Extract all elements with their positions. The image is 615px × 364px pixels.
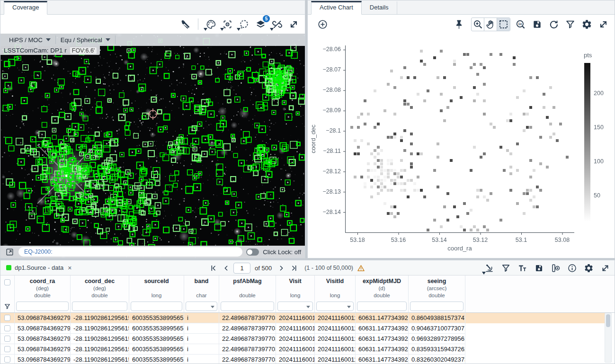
zoom-in-icon[interactable] — [472, 18, 484, 31]
filter-row-icon — [0, 301, 15, 312]
row-checkbox[interactable] — [4, 356, 10, 363]
prev-page-button[interactable] — [221, 263, 231, 273]
cell-sourceId: 600355353899565160 — [129, 313, 184, 323]
row-checkbox[interactable] — [4, 315, 10, 321]
cell-VisitId: 2024111600111 — [315, 323, 356, 334]
expand-icon[interactable] — [597, 18, 610, 31]
cell-coord_ra: 53.09687843692796 — [15, 344, 71, 355]
cell-sourceId: 600355353899565160 — [129, 323, 184, 334]
filter-input-seeing[interactable] — [410, 302, 463, 311]
select-all-checkbox[interactable] — [4, 279, 10, 285]
cell-seeing: 0.8359331594372623 — [409, 344, 465, 355]
row-checkbox-cell — [0, 344, 15, 355]
filter-select-Visit[interactable] — [277, 302, 313, 311]
row-checkbox[interactable] — [4, 325, 10, 331]
chevron-down-icon — [306, 306, 310, 308]
zoom-1x-icon[interactable]: 1x — [514, 18, 527, 31]
circle-plus-icon[interactable] — [316, 18, 329, 31]
hips-moc-label: HiPS / MOC — [9, 36, 43, 44]
layers-icon[interactable]: 5 — [254, 18, 267, 31]
cell-expMidptMJD: 60631.14773439246 — [356, 313, 409, 323]
row-checkbox[interactable] — [4, 346, 10, 352]
recenter-icon[interactable] — [221, 18, 234, 31]
microscope-icon[interactable] — [482, 261, 496, 275]
unlink-icon[interactable] — [270, 18, 284, 31]
pan-icon[interactable] — [484, 18, 497, 31]
heatmap-chart-canvas[interactable] — [308, 34, 615, 258]
refresh-icon[interactable] — [547, 18, 560, 31]
expand-image-icon[interactable] — [4, 247, 15, 257]
table-vertical-scrollbar[interactable] — [605, 313, 612, 363]
gear-icon[interactable] — [580, 18, 593, 31]
column-header-sourceId[interactable]: sourceId long — [129, 275, 184, 301]
pin-icon[interactable] — [452, 18, 465, 31]
next-page-button[interactable] — [276, 263, 286, 273]
tools-icon[interactable] — [179, 18, 192, 31]
table-tab[interactable]: dp1.Source - data × — [0, 260, 78, 275]
first-page-button[interactable] — [208, 263, 218, 273]
column-header-Visit[interactable]: Visit long — [276, 275, 315, 301]
scrollbar-thumb[interactable] — [606, 314, 610, 327]
cell-psfAbMag: 22.489687873977033 — [219, 355, 276, 364]
table-row[interactable]: 53.09687843692796-28.1190286129561560035… — [0, 313, 605, 323]
column-header-coord_dec[interactable]: coord_dec(deg)double — [71, 275, 129, 301]
sky-image-canvas[interactable] — [0, 34, 305, 258]
add-column-icon[interactable] — [549, 261, 562, 275]
palette-icon[interactable] — [204, 18, 217, 31]
table-row[interactable]: 53.09687843692796-28.1190286129561560035… — [0, 344, 605, 355]
page-number-input[interactable] — [233, 263, 250, 274]
hips-moc-dropdown[interactable]: HiPS / MOC — [4, 34, 55, 46]
column-header-seeing[interactable]: seeing(arcsec)double — [409, 275, 465, 301]
coverage-panel: Coverage 5 HiPS / MOC Equ / Spherical LS… — [0, 0, 305, 258]
cell-psfAbMag: 22.489687873977033 — [219, 344, 276, 355]
coordinate-readout[interactable]: EQ-J2000: — [18, 247, 242, 257]
cell-VisitId: 2024111600111 — [315, 334, 356, 344]
tab-coverage[interactable]: Coverage — [4, 1, 47, 15]
select-rect-icon[interactable] — [497, 18, 510, 31]
filter-icon[interactable] — [499, 261, 512, 275]
row-checkbox-cell — [0, 355, 15, 364]
chevron-down-icon — [106, 38, 110, 41]
cell-coord_dec: -28.11902861295615 — [71, 323, 129, 334]
gear-icon[interactable] — [582, 261, 595, 275]
info-icon[interactable] — [565, 261, 579, 275]
expand-icon[interactable] — [598, 261, 612, 275]
text-format-icon[interactable] — [516, 261, 529, 275]
filter-select-band[interactable] — [186, 302, 217, 311]
cell-band: i — [184, 355, 219, 364]
mode-button-group — [471, 18, 510, 31]
table-warning-icon[interactable] — [356, 263, 366, 273]
save-icon[interactable] — [532, 261, 545, 275]
filter-input-sourceId[interactable] — [131, 302, 182, 311]
column-header-coord_ra[interactable]: coord_ra(deg)double — [15, 275, 71, 301]
table-row[interactable]: 53.09687843692796-28.1190286129561560035… — [0, 334, 605, 344]
save-icon[interactable] — [530, 18, 544, 31]
close-table-icon[interactable]: × — [68, 264, 71, 272]
lasso-icon[interactable] — [237, 18, 250, 31]
table-row[interactable]: 53.09687843692796-28.1190286129561560035… — [0, 323, 605, 334]
click-lock-toggle[interactable] — [246, 249, 259, 256]
column-header-band[interactable]: band char — [184, 275, 219, 301]
row-checkbox[interactable] — [4, 336, 10, 342]
filter-input-coord_ra[interactable] — [16, 302, 69, 311]
cell-Visit: 2024111600111 — [276, 355, 315, 364]
filter-select-VisitId[interactable] — [316, 302, 354, 311]
expand-icon[interactable] — [287, 18, 300, 31]
column-header-VisitId[interactable]: VisitId long — [315, 275, 356, 301]
tab-details[interactable]: Details — [362, 1, 397, 14]
column-header-expMidptMJD[interactable]: expMidptMJD(d)double — [356, 275, 409, 301]
filter-input-expMidptMJD[interactable] — [357, 302, 407, 311]
filter-input-psfAbMag[interactable] — [221, 302, 274, 311]
filter-input-coord_dec[interactable] — [72, 302, 127, 311]
cell-seeing: 0.9046371007730715 — [409, 323, 465, 334]
table-row[interactable]: 53.09687843692796-28.1190286129561560035… — [0, 355, 605, 364]
chevron-down-icon — [46, 38, 51, 41]
filter-cell-coord_dec — [71, 301, 129, 312]
column-header-psfAbMag[interactable]: psfAbMag double — [219, 275, 276, 301]
coord-system-dropdown[interactable]: Equ / Spherical — [56, 34, 115, 46]
tab-active-chart[interactable]: Active Chart — [311, 1, 362, 15]
filter-icon[interactable] — [563, 18, 577, 31]
cell-seeing: 0.8326030204923739 — [409, 355, 465, 364]
last-page-button[interactable] — [289, 263, 299, 273]
image-layer-bar: HiPS / MOC Equ / Spherical — [0, 34, 305, 46]
